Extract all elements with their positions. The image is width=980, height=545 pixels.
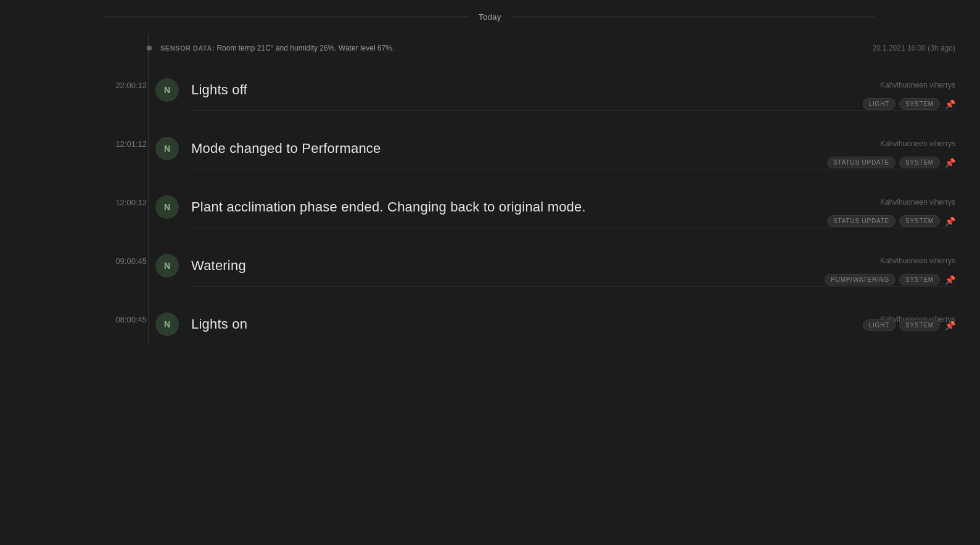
event-tags: LIGHTSYSTEM📌: [863, 98, 955, 110]
event-content: Lights on: [191, 316, 955, 332]
event-title: Plant acclimation phase ended. Changing …: [191, 199, 955, 215]
today-label: Today: [469, 12, 511, 22]
event-title: Watering: [191, 258, 955, 274]
event-avatar: N: [155, 195, 179, 219]
event-tag[interactable]: SYSTEM: [899, 215, 940, 227]
event-title: Lights off: [191, 82, 955, 98]
event-location: Kahvihuoneen viherrys: [880, 256, 955, 265]
sensor-dot: [147, 46, 152, 51]
event-location: Kahvihuoneen viherrys: [880, 81, 955, 89]
event-content: Plant acclimation phase ended. Changing …: [191, 199, 955, 215]
sensor-label: SENSOR DATA:: [160, 44, 215, 52]
pin-icon[interactable]: 📌: [945, 99, 955, 109]
page-container: Today SENSOR DATA: Room temp 21C° and hu…: [0, 0, 980, 545]
event-title: Lights on: [191, 316, 955, 332]
events-container: 22:00:12NKahvihuoneen viherrysLights off…: [105, 67, 980, 345]
event-tag[interactable]: SYSTEM: [899, 274, 940, 285]
event-time: 12:01:12: [105, 139, 147, 149]
event-tag[interactable]: SYSTEM: [899, 157, 940, 168]
sensor-row: SENSOR DATA: Room temp 21C° and humidity…: [105, 34, 980, 62]
event-avatar: N: [155, 254, 179, 277]
event-tag[interactable]: LIGHT: [863, 98, 896, 110]
event-content: Mode changed to Performance: [191, 141, 955, 157]
event-content: Lights off: [191, 82, 955, 98]
pin-icon[interactable]: 📌: [945, 216, 955, 226]
event-time: 09:00:45: [105, 256, 147, 266]
event-avatar: N: [155, 137, 179, 160]
event-tag[interactable]: SYSTEM: [899, 319, 940, 331]
event-tags: PUMP/WATERINGSYSTEM📌: [825, 274, 955, 285]
event-tag[interactable]: STATUS UPDATE: [827, 157, 896, 168]
event-divider: [191, 227, 955, 228]
event-avatar: N: [155, 78, 179, 102]
event-location: Kahvihuoneen viherrys: [880, 139, 955, 148]
pin-icon[interactable]: 📌: [945, 275, 955, 285]
event-time: 12:00:12: [105, 198, 147, 207]
event-block: 22:00:12NKahvihuoneen viherrysLights off…: [105, 67, 980, 123]
event-divider: [191, 110, 955, 111]
event-location: Kahvihuoneen viherrys: [880, 198, 955, 207]
sensor-value: Room temp 21C° and humidity 26%. Water l…: [216, 44, 394, 52]
sensor-text: SENSOR DATA: Room temp 21C° and humidity…: [160, 44, 872, 52]
event-tag[interactable]: SYSTEM: [899, 98, 940, 110]
event-block: 09:00:45NKahvihuoneen viherrysWateringPU…: [105, 243, 980, 299]
divider-line-left: [105, 17, 469, 17]
today-divider: Today: [0, 0, 980, 34]
event-divider: [191, 286, 955, 287]
event-block: 12:01:12NKahvihuoneen viherrysMode chang…: [105, 126, 980, 182]
event-divider: [191, 169, 955, 170]
event-tag[interactable]: PUMP/WATERING: [825, 274, 896, 285]
event-tags: LIGHTSYSTEM📌: [863, 319, 955, 331]
timeline: SENSOR DATA: Room temp 21C° and humidity…: [0, 34, 980, 345]
event-tag[interactable]: LIGHT: [863, 319, 896, 331]
event-title: Mode changed to Performance: [191, 141, 955, 157]
event-content: Watering: [191, 258, 955, 274]
event-tag[interactable]: STATUS UPDATE: [827, 215, 896, 227]
event-time: 22:00:12: [105, 81, 147, 90]
pin-icon[interactable]: 📌: [945, 321, 955, 330]
event-avatar: N: [155, 313, 179, 336]
divider-line-right: [511, 17, 875, 17]
pin-icon[interactable]: 📌: [945, 158, 955, 168]
event-time: 08:00:45: [105, 315, 147, 324]
event-tags: STATUS UPDATESYSTEM📌: [827, 157, 955, 168]
event-tags: STATUS UPDATESYSTEM📌: [827, 215, 955, 227]
event-block: 12:00:12NKahvihuoneen viherrysPlant accl…: [105, 184, 980, 240]
sensor-timestamp: 20.1.2021 16:00 (3h ago): [872, 44, 955, 52]
event-block: 08:00:45NKahvihuoneen viherrysLights onL…: [105, 301, 980, 345]
